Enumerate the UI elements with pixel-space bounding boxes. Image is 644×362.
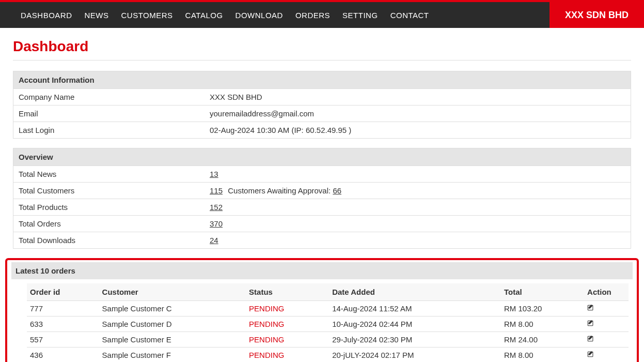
- order-total: RM 103.20: [501, 301, 584, 316]
- total-news-link[interactable]: 13: [210, 170, 218, 178]
- orders-header-row: Order id Customer Status Date Added Tota…: [27, 283, 629, 301]
- overview-heading: Overview: [13, 148, 631, 166]
- overview-row-news: Total News 13: [13, 166, 631, 183]
- col-customer: Customer: [99, 283, 246, 301]
- total-orders-label: Total Orders: [13, 216, 205, 232]
- col-date: Date Added: [329, 283, 501, 301]
- order-row: 557Sample Customer EPENDING29-July-2024 …: [27, 332, 629, 348]
- overview-row-products: Total Products 152: [13, 199, 631, 216]
- order-id: 436: [27, 348, 99, 363]
- order-customer: Sample Customer F: [99, 348, 246, 363]
- edit-icon[interactable]: [587, 320, 594, 327]
- total-customers-link[interactable]: 115: [210, 186, 223, 195]
- page-title: Dashboard: [13, 38, 631, 55]
- email-label: Email: [13, 105, 205, 122]
- nav-download[interactable]: DOWNLOAD: [229, 2, 289, 28]
- nav-contact[interactable]: CONTACT: [384, 2, 435, 28]
- order-date: 10-Aug-2024 02:44 PM: [329, 316, 501, 332]
- overview-table: Total News 13 Total Customers 115 Custom…: [13, 166, 631, 248]
- email-value: youremailaddress@gmail.com: [205, 105, 631, 122]
- order-id: 777: [27, 301, 99, 316]
- nav-brand[interactable]: XXX SDN BHD: [549, 2, 644, 28]
- total-products-link[interactable]: 152: [210, 203, 223, 212]
- latest-orders-table: Order id Customer Status Date Added Tota…: [27, 283, 629, 362]
- account-info-panel: Account Information Company Name XXX SDN…: [13, 71, 631, 139]
- order-date: 20-jULY-2024 02:17 PM: [329, 348, 501, 363]
- order-status: PENDING: [246, 316, 329, 332]
- overview-row-downloads: Total Downloads 24: [13, 232, 631, 249]
- nav-news[interactable]: NEWS: [78, 2, 115, 28]
- awaiting-approval-label: Customers Awaiting Approval:: [225, 186, 331, 195]
- edit-icon[interactable]: [587, 335, 594, 342]
- total-downloads-label: Total Downloads: [13, 232, 205, 249]
- order-total: RM 8.00: [501, 348, 584, 363]
- order-id: 557: [27, 332, 99, 348]
- order-total: RM 24.00: [501, 332, 584, 348]
- overview-row-orders: Total Orders 370: [13, 216, 631, 232]
- lastlogin-label: Last Login: [13, 122, 205, 139]
- latest-orders-heading: Latest 10 orders: [11, 262, 633, 279]
- overview-row-customers: Total Customers 115 Customers Awaiting A…: [13, 183, 631, 199]
- order-total: RM 8.00: [501, 316, 584, 332]
- order-date: 29-July-2024 02:30 PM: [329, 332, 501, 348]
- col-total: Total: [501, 283, 584, 301]
- order-id: 633: [27, 316, 99, 332]
- title-divider: [13, 60, 631, 61]
- company-value: XXX SDN BHD: [205, 89, 631, 105]
- order-customer: Sample Customer E: [99, 332, 246, 348]
- total-downloads-link[interactable]: 24: [210, 236, 218, 245]
- company-label: Company Name: [13, 89, 205, 105]
- account-info-table: Company Name XXX SDN BHD Email youremail…: [13, 89, 631, 138]
- nav-dashboard[interactable]: DASHBOARD: [14, 2, 78, 28]
- overview-panel: Overview Total News 13 Total Customers 1…: [13, 148, 631, 249]
- order-customer: Sample Customer C: [99, 301, 246, 316]
- order-status: PENDING: [246, 332, 329, 348]
- nav-catalog[interactable]: CATALOG: [179, 2, 229, 28]
- latest-orders-highlight: Latest 10 orders Order id Customer Statu…: [5, 258, 639, 362]
- col-order-id: Order id: [27, 283, 99, 301]
- order-row: 633Sample Customer DPENDING10-Aug-2024 0…: [27, 316, 629, 332]
- total-products-label: Total Products: [13, 199, 205, 216]
- total-news-label: Total News: [13, 166, 205, 183]
- order-customer: Sample Customer D: [99, 316, 246, 332]
- awaiting-approval-link[interactable]: 66: [333, 186, 341, 195]
- edit-icon[interactable]: [587, 304, 594, 311]
- order-status: PENDING: [246, 301, 329, 316]
- order-row: 436Sample Customer FPENDING20-jULY-2024 …: [27, 348, 629, 363]
- order-date: 14-Aug-2024 11:52 AM: [329, 301, 501, 316]
- total-orders-link[interactable]: 370: [210, 219, 223, 228]
- nav-setting[interactable]: SETTING: [336, 2, 384, 28]
- order-row: 777Sample Customer CPENDING14-Aug-2024 1…: [27, 301, 629, 316]
- col-action: Action: [584, 283, 629, 301]
- main-navbar: DASHBOARD NEWS CUSTOMERS CATALOG DOWNLOA…: [0, 2, 644, 28]
- account-row-email: Email youremailaddress@gmail.com: [13, 105, 631, 122]
- lastlogin-value: 02-Aug-2024 10:30 AM (IP: 60.52.49.95 ): [205, 122, 631, 139]
- order-status: PENDING: [246, 348, 329, 363]
- nav-customers[interactable]: CUSTOMERS: [115, 2, 179, 28]
- account-info-heading: Account Information: [13, 71, 631, 89]
- account-row-lastlogin: Last Login 02-Aug-2024 10:30 AM (IP: 60.…: [13, 122, 631, 139]
- total-customers-label: Total Customers: [13, 183, 205, 199]
- account-row-company: Company Name XXX SDN BHD: [13, 89, 631, 105]
- nav-orders[interactable]: ORDERS: [289, 2, 336, 28]
- col-status: Status: [246, 283, 329, 301]
- edit-icon[interactable]: [587, 351, 594, 358]
